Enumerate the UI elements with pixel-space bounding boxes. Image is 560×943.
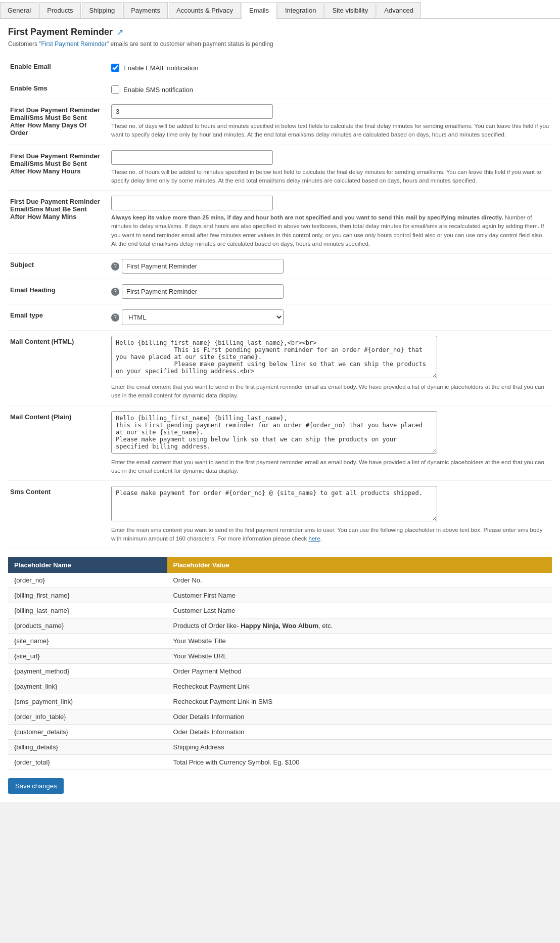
days-field: 3 These no. of days will be added to hou… <box>109 99 552 145</box>
subject-label: Subject <box>8 254 109 279</box>
email-type-field: ? HTMLPlain textMultipart <box>109 304 552 331</box>
sms-desc-link[interactable]: here <box>309 535 320 542</box>
placeholder-row: {sms_payment_link}Recheckout Payment Lin… <box>8 694 552 709</box>
placeholder-value-cell: Customer First Name <box>167 588 552 603</box>
placeholder-value-cell: Your Website URL <box>167 648 552 663</box>
placeholder-value-cell: Customer Last Name <box>167 603 552 618</box>
email-heading-input[interactable]: First Payment Reminder <box>122 284 284 299</box>
page-content: First Payment Reminder ↗ Customers "Firs… <box>0 19 560 802</box>
email-heading-label: Email Heading <box>8 279 109 304</box>
subject-row: Subject ? First Payment Reminder <box>8 254 552 279</box>
tab-general[interactable]: General <box>0 2 38 18</box>
tab-integration[interactable]: Integration <box>277 2 323 18</box>
email-heading-row: Email Heading ? First Payment Reminder <box>8 279 552 304</box>
tab-site-visibility[interactable]: Site visibility <box>324 2 376 18</box>
days-input[interactable]: 3 <box>111 104 273 119</box>
placeholder-name-cell: {payment_method} <box>8 663 167 679</box>
mail-content-plain-textarea[interactable] <box>111 411 437 454</box>
placeholder-name-cell: {billing_details} <box>8 739 167 754</box>
email-type-label: Email type <box>8 304 109 331</box>
external-link-icon[interactable]: ↗ <box>117 27 123 37</box>
enable-sms-checkbox-row: Enable SMS notification <box>111 82 550 94</box>
sms-content-label: Sms Content <box>8 481 109 549</box>
page-title-row: First Payment Reminder ↗ <box>8 27 552 37</box>
mins-label: First Due Payment Reminder Email/Sms Mus… <box>8 191 109 254</box>
placeholder-name-cell: {products_name} <box>8 618 167 633</box>
placeholder-row: {payment_method}Order Payment Method <box>8 663 552 679</box>
tab-accounts--privacy[interactable]: Accounts & Privacy <box>169 2 241 18</box>
placeholder-table: Placeholder Name Placeholder Value {orde… <box>8 557 552 770</box>
mail-content-plain-label: Mail Content (Plain) <box>8 406 109 481</box>
enable-email-field: Enable EMAIL notification <box>109 56 552 77</box>
placeholder-value-cell: Order Payment Method <box>167 663 552 679</box>
placeholder-row: {billing_details}Shipping Address <box>8 739 552 754</box>
enable-sms-row: Enable Sms Enable SMS notification <box>8 77 552 99</box>
tab-emails[interactable]: Emails <box>242 2 276 19</box>
sms-content-desc: Enter the main sms content you want to s… <box>111 526 550 544</box>
placeholder-row: {order_total}Total Price with Currency S… <box>8 754 552 770</box>
placeholder-name-cell: {site_name} <box>8 633 167 648</box>
placeholder-value-cell: Oder Details Information <box>167 724 552 739</box>
mail-content-html-field: Enter the email content that you want to… <box>109 331 552 406</box>
placeholder-value-cell: Total Price with Currency Symbol. Eg. $1… <box>167 754 552 770</box>
enable-email-checkbox[interactable] <box>111 64 119 72</box>
sms-content-field: Enter the main sms content you want to s… <box>109 481 552 549</box>
subject-input[interactable]: First Payment Reminder <box>122 259 284 274</box>
days-desc: These no. of days will be added to hours… <box>111 122 550 140</box>
placeholder-row: {site_url}Your Website URL <box>8 648 552 663</box>
placeholder-row: {site_name}Your Website Title <box>8 633 552 648</box>
mins-desc-bold: Always keep its value more than 25 mins,… <box>111 214 503 220</box>
hours-row: First Due Payment Reminder Email/Sms Mus… <box>8 145 552 191</box>
email-heading-field: ? First Payment Reminder <box>109 279 552 304</box>
placeholder-row: {customer_details}Oder Details Informati… <box>8 724 552 739</box>
days-label: First Due Payment Reminder Email/Sms Mus… <box>8 99 109 145</box>
email-type-help-icon[interactable]: ? <box>111 313 119 322</box>
mail-content-html-textarea[interactable] <box>111 336 437 378</box>
enable-email-checkbox-label: Enable EMAIL notification <box>123 64 198 72</box>
desc-suffix: emails are sent to customer when payment… <box>109 40 273 48</box>
email-type-row: Email type ? HTMLPlain textMultipart <box>8 304 552 331</box>
form-table: Enable Email Enable EMAIL notification E… <box>8 56 552 549</box>
desc-prefix: Customers <box>8 40 39 48</box>
placeholder-name-cell: {sms_payment_link} <box>8 694 167 709</box>
placeholder-value-header: Placeholder Value <box>167 557 552 573</box>
email-type-help-row: ? HTMLPlain textMultipart <box>111 309 550 325</box>
email-heading-help-icon[interactable]: ? <box>111 288 119 296</box>
save-button[interactable]: Save changes <box>8 778 64 794</box>
page-title: First Payment Reminder <box>8 27 113 37</box>
placeholder-table-header: Placeholder Name Placeholder Value <box>8 557 552 573</box>
placeholder-value-cell: Products of Order like- Happy Ninja, Woo… <box>167 618 552 633</box>
mins-row: First Due Payment Reminder Email/Sms Mus… <box>8 191 552 254</box>
hours-label: First Due Payment Reminder Email/Sms Mus… <box>8 145 109 191</box>
enable-email-label: Enable Email <box>8 56 109 77</box>
mail-content-plain-row: Mail Content (Plain) Enter the email con… <box>8 406 552 481</box>
mail-content-plain-field: Enter the email content that you want to… <box>109 406 552 481</box>
tab-products[interactable]: Products <box>39 2 80 18</box>
mail-content-html-label: Mail Content (HTML) <box>8 331 109 406</box>
placeholder-row: {products_name}Products of Order like- H… <box>8 618 552 633</box>
tab-payments[interactable]: Payments <box>123 2 168 18</box>
enable-sms-field: Enable SMS notification <box>109 77 552 99</box>
enable-sms-checkbox[interactable] <box>111 85 119 94</box>
placeholder-row: {order_no}Order No. <box>8 573 552 588</box>
tab-shipping[interactable]: Shipping <box>82 2 123 18</box>
placeholder-name-header: Placeholder Name <box>8 557 167 573</box>
placeholder-name-cell: {billing_first_name} <box>8 588 167 603</box>
tab-advanced[interactable]: Advanced <box>377 2 421 18</box>
subject-help-row: ? First Payment Reminder <box>111 259 550 274</box>
placeholder-name-cell: {order_total} <box>8 754 167 770</box>
mins-input[interactable] <box>111 196 273 210</box>
email-type-select[interactable]: HTMLPlain textMultipart <box>122 309 284 325</box>
placeholder-value-cell: Recheckout Payment Link in SMS <box>167 694 552 709</box>
hours-field: These no. of hours will be added to minu… <box>109 145 552 191</box>
mail-content-html-row: Mail Content (HTML) Enter the email cont… <box>8 331 552 406</box>
sms-content-textarea[interactable] <box>111 486 437 521</box>
enable-sms-checkbox-label: Enable SMS notification <box>123 86 193 94</box>
placeholder-value-cell: Recheckout Payment Link <box>167 679 552 694</box>
enable-email-row: Enable Email Enable EMAIL notification <box>8 56 552 77</box>
subject-help-icon[interactable]: ? <box>111 262 119 271</box>
placeholder-value-cell: Order No. <box>167 573 552 588</box>
hours-input[interactable] <box>111 150 273 165</box>
mins-field: Always keep its value more than 25 mins,… <box>109 191 552 254</box>
sms-content-row: Sms Content Enter the main sms content y… <box>8 481 552 549</box>
